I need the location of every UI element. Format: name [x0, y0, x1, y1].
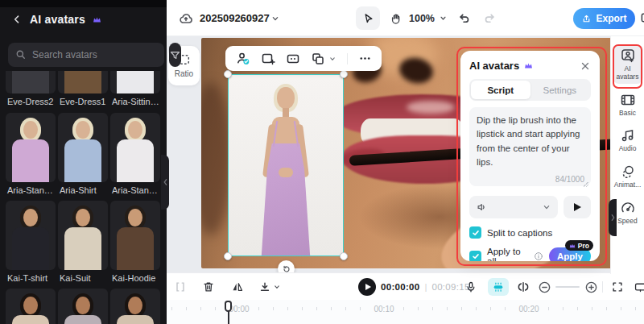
- tab-script[interactable]: Script: [471, 81, 530, 99]
- sidebar-item-ai-avatars[interactable]: AI avatars: [613, 44, 643, 84]
- avatar-item[interactable]: [110, 289, 160, 324]
- redo-button[interactable]: [480, 0, 499, 36]
- app-window: AI avatars Eve-Dress2Eve-Dress1Aria-Sitt…: [0, 0, 644, 324]
- collapse-right-panel-handle[interactable]: [609, 199, 617, 236]
- zoom-level-value: 100%: [409, 13, 435, 24]
- close-panel-icon[interactable]: [580, 60, 591, 72]
- avatar-head: [76, 121, 90, 139]
- avatar-outfit: [12, 227, 49, 270]
- microphone-button[interactable]: [461, 273, 481, 301]
- clip-selection-box[interactable]: [228, 74, 344, 256]
- voice-icon: [476, 201, 487, 213]
- sidebar-item-speed[interactable]: Speed: [613, 197, 643, 228]
- preview-display-icon[interactable]: [638, 0, 644, 36]
- right-sidebar: AI avatars Basic Audio Animat... Speed: [610, 36, 644, 274]
- select-tool-button[interactable]: [356, 6, 380, 30]
- zoom-out-button[interactable]: [535, 273, 554, 301]
- avatar-head: [128, 297, 142, 314]
- zoom-in-button[interactable]: [581, 273, 601, 301]
- split-to-captions-checkbox[interactable]: [469, 226, 481, 239]
- selection-handle-bottom-left[interactable]: [224, 252, 232, 260]
- avatar-thumbnail: [110, 71, 160, 93]
- apply-to-all-checkbox[interactable]: [469, 251, 481, 262]
- download-chevron-icon[interactable]: [271, 273, 283, 301]
- voice-preview-play-button[interactable]: [564, 196, 591, 218]
- avatar-item[interactable]: Kai-T-shirt: [6, 201, 56, 284]
- main-track-icon: [492, 280, 505, 293]
- fullscreen-button[interactable]: [608, 273, 627, 301]
- basic-icon: [620, 92, 636, 108]
- voice-chevron-down-icon: [542, 202, 551, 212]
- play-button[interactable]: [357, 273, 377, 301]
- check-icon: [472, 252, 480, 260]
- sidebar-item-label: Audio: [613, 145, 642, 153]
- avatar-selected-icon[interactable]: [235, 51, 250, 66]
- frames-icon[interactable]: [286, 52, 300, 66]
- more-options-icon[interactable]: [358, 52, 372, 65]
- sidebar-item-audio[interactable]: Audio: [613, 124, 643, 156]
- delete-button[interactable]: [200, 273, 217, 301]
- tab-settings[interactable]: Settings: [530, 81, 590, 99]
- hand-tool-button[interactable]: [385, 0, 407, 36]
- sidebar-item-basic[interactable]: Basic: [613, 89, 643, 120]
- selection-handle-top-left[interactable]: [224, 70, 232, 78]
- hand-icon: [390, 12, 402, 25]
- check-icon: [472, 229, 480, 237]
- timeline-ruler[interactable]: 00:00 00:10 00:20: [167, 300, 644, 324]
- preview-mode-button[interactable]: [630, 273, 644, 301]
- resize-grip-icon[interactable]: [583, 181, 588, 187]
- mirror-flip-button[interactable]: [229, 273, 246, 301]
- add-media-icon[interactable]: [261, 52, 275, 66]
- avatar-item[interactable]: Kai-Hoodie: [110, 201, 160, 284]
- avatar-thumbnail: [110, 289, 160, 324]
- playhead-line: [228, 311, 229, 324]
- avatar-item[interactable]: [6, 289, 56, 324]
- search-input[interactable]: [32, 49, 157, 60]
- avatar-thumbnail: [6, 113, 56, 182]
- collapse-left-panel-handle[interactable]: [161, 155, 169, 210]
- avatar-item[interactable]: Aria-Standi...: [110, 113, 160, 196]
- cursor-icon: [362, 12, 374, 24]
- panel-title: AI avatars: [469, 60, 519, 72]
- avatar-head: [76, 297, 90, 314]
- split-clip-button[interactable]: [171, 273, 189, 301]
- cloud-sync-icon[interactable]: [178, 0, 194, 36]
- playhead[interactable]: [225, 301, 233, 324]
- zoom-level-select[interactable]: 100%: [409, 0, 448, 36]
- timeline-zoom-slider[interactable]: [555, 273, 580, 301]
- avatar-item[interactable]: Aria-Sitting 1: [110, 71, 160, 108]
- playhead-head[interactable]: [225, 301, 232, 312]
- sidebar-item-label: Speed: [613, 218, 642, 226]
- avatar-item[interactable]: Aria-Shirt: [58, 113, 108, 196]
- expand-tracks-button[interactable]: [514, 273, 533, 301]
- arrange-layers-icon[interactable]: [311, 52, 336, 66]
- sidebar-item-animation[interactable]: Animat...: [613, 160, 643, 192]
- undo-button[interactable]: [454, 0, 473, 36]
- main-track-toggle[interactable]: [487, 273, 509, 301]
- avatar-item[interactable]: Aria-Standi...: [6, 113, 56, 196]
- avatar-head: [23, 209, 38, 226]
- avatar-item[interactable]: Eve-Dress1: [58, 71, 108, 108]
- project-name[interactable]: 202509260927: [200, 0, 270, 36]
- info-icon[interactable]: [534, 251, 543, 261]
- filter-button[interactable]: [169, 43, 181, 67]
- crown-icon: [569, 243, 576, 248]
- export-label: Export: [596, 13, 626, 24]
- avatar-item[interactable]: [58, 289, 108, 324]
- back-chevron-icon[interactable]: [11, 14, 23, 25]
- panel-tabs: Script Settings: [469, 79, 591, 101]
- pro-crown-badge-icon: [524, 62, 533, 69]
- voice-select-dropdown[interactable]: [469, 196, 558, 218]
- export-button[interactable]: Export: [573, 8, 635, 29]
- avatar-thumbnail: [110, 201, 160, 270]
- pro-badge: Pro: [565, 240, 593, 251]
- avatar-item[interactable]: Kai-Suit: [58, 201, 108, 284]
- redo-icon: [483, 11, 497, 25]
- avatar-head: [23, 297, 38, 314]
- selection-handle-top-right[interactable]: [340, 70, 348, 78]
- ruler-label: 00:10: [371, 305, 396, 314]
- avatar-item[interactable]: Eve-Dress2: [6, 71, 56, 108]
- project-chevron-down-icon[interactable]: [270, 0, 280, 36]
- selection-handle-bottom-right[interactable]: [340, 252, 348, 260]
- toolbar-divider: [602, 281, 603, 293]
